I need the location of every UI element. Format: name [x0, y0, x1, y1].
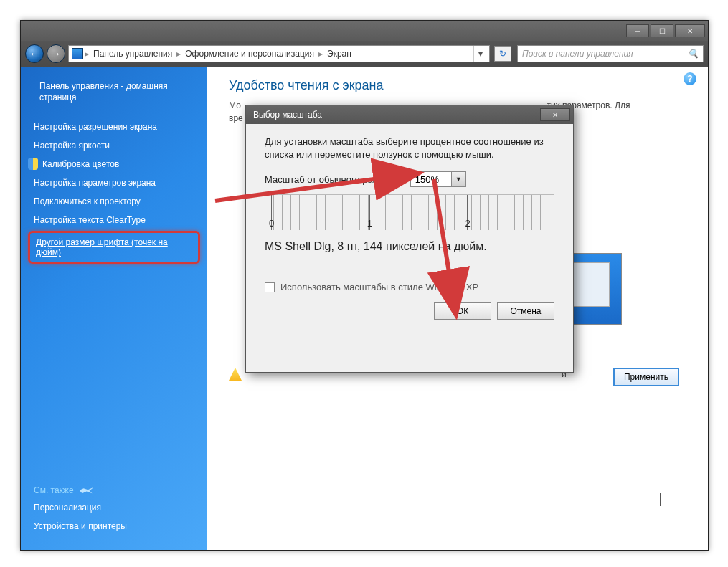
sidebar: Панель управления - домашняя страница На…	[21, 67, 207, 550]
dialog-titlebar[interactable]: Выбор масштаба ✕	[246, 105, 573, 124]
sidebar-item-brightness[interactable]: Настройка яркости	[28, 136, 200, 155]
breadcrumb-item[interactable]: Панель управления	[90, 49, 175, 59]
sidebar-item-resolution[interactable]: Настройка разрешения экрана	[28, 118, 200, 136]
chevron-right-icon: ▸	[176, 49, 181, 59]
ok-button[interactable]: ОК	[434, 302, 491, 320]
xp-style-checkbox[interactable]	[265, 282, 275, 292]
cancel-button[interactable]: Отмена	[497, 302, 554, 320]
close-button[interactable]: ✕	[675, 24, 705, 37]
scale-input[interactable]	[411, 172, 451, 186]
shield-icon	[28, 158, 38, 170]
sidebar-item-dpi[interactable]: Другой размер шрифта (точек на дюйм)	[34, 236, 194, 259]
navigation-bar: ← → ▸ Панель управления ▸ Оформление и п…	[21, 41, 708, 67]
sidebar-item-calibration[interactable]: Калибровка цветов	[42, 155, 125, 173]
scale-dialog: Выбор масштаба ✕ Для установки масштаба …	[245, 105, 574, 373]
breadcrumb-item[interactable]: Экран	[324, 49, 354, 59]
checkbox-label: Использовать масштабы в стиле Windows XP	[280, 282, 478, 292]
dialog-title: Выбор масштаба	[253, 110, 322, 120]
sidebar-home-link[interactable]: Панель управления - домашняя страница	[28, 77, 200, 108]
scale-ruler[interactable]: 0 1 2	[265, 194, 554, 230]
chevron-right-icon: ▸	[318, 49, 323, 59]
address-bar[interactable]: ▸ Панель управления ▸ Оформление и персо…	[68, 45, 490, 62]
see-also-heading: См. также	[28, 485, 200, 495]
sidebar-item-cleartype[interactable]: Настройка текста ClearType	[28, 211, 200, 229]
control-panel-icon	[72, 48, 83, 59]
sidebar-item-dpi-highlighted: Другой размер шрифта (точек на дюйм)	[28, 231, 200, 264]
scale-combobox[interactable]: ▼	[410, 171, 466, 187]
address-dropdown[interactable]: ▾	[473, 46, 486, 62]
apply-button[interactable]: Применить	[613, 368, 679, 386]
scale-label: Масштаб от обычного размера:	[265, 174, 402, 185]
forward-button[interactable]: →	[47, 44, 65, 63]
back-button[interactable]: ←	[25, 44, 44, 63]
sidebar-footer-devices[interactable]: Устройства и принтеры	[28, 517, 200, 535]
search-placeholder: Поиск в панели управления	[522, 49, 633, 59]
sidebar-item-projector[interactable]: Подключиться к проектору	[28, 192, 200, 211]
sample-text: MS Shell Dlg, 8 пт, 144 пикселей на дюйм…	[265, 240, 554, 253]
text-cursor-icon	[660, 493, 661, 506]
chevron-right-icon: ▸	[85, 49, 89, 59]
minimize-button[interactable]: ─	[626, 24, 649, 37]
dialog-close-button[interactable]: ✕	[540, 108, 570, 121]
sidebar-footer-personalization[interactable]: Персонализация	[28, 498, 200, 517]
help-icon[interactable]: ?	[684, 72, 696, 85]
search-icon: 🔍	[688, 49, 699, 59]
refresh-button[interactable]: ↻	[494, 46, 511, 62]
dropdown-button[interactable]: ▼	[451, 172, 465, 186]
page-title: Удобство чтения с экрана	[229, 78, 686, 93]
bird-icon	[80, 485, 94, 495]
warning-icon	[229, 368, 242, 381]
titlebar: ─ ☐ ✕	[21, 21, 708, 41]
sidebar-item-display-settings[interactable]: Настройка параметров экрана	[28, 173, 200, 192]
dialog-instruction: Для установки масштаба выберите процентн…	[265, 135, 554, 161]
search-input[interactable]: Поиск в панели управления 🔍	[517, 45, 704, 62]
maximize-button[interactable]: ☐	[651, 24, 673, 37]
breadcrumb-item[interactable]: Оформление и персонализация	[182, 49, 317, 59]
